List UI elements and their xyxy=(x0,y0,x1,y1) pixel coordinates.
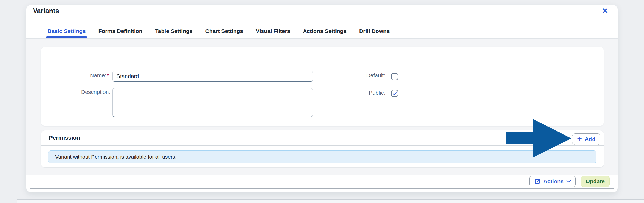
public-label: Public: xyxy=(333,89,385,96)
dialog-content: Name:* Description: Default: Public: xyxy=(26,39,618,175)
basic-settings-form: Name:* Description: Default: Public: xyxy=(41,47,604,126)
tab-basic-settings[interactable]: Basic Settings xyxy=(48,24,86,38)
action-share-icon xyxy=(534,178,541,185)
background-page-strip xyxy=(17,199,644,203)
dialog-header: Variants ✕ xyxy=(26,5,618,17)
name-label-text: Name: xyxy=(90,72,106,78)
dialog-title: Variants xyxy=(33,7,59,15)
description-label: Description: xyxy=(41,88,110,96)
permission-header: Permission xyxy=(41,130,604,146)
add-button[interactable]: + Add xyxy=(572,133,600,145)
default-label: Default: xyxy=(333,72,385,79)
update-button-label: Update xyxy=(586,178,605,185)
chevron-down-icon xyxy=(566,180,571,183)
tab-actions-settings[interactable]: Actions Settings xyxy=(303,24,347,38)
footer-divider-bottom xyxy=(30,188,614,188)
tab-visual-filters[interactable]: Visual Filters xyxy=(256,24,290,38)
actions-button-label: Actions xyxy=(543,178,564,185)
tab-forms-definition[interactable]: Forms Definition xyxy=(98,24,143,38)
public-checkbox[interactable] xyxy=(391,90,398,97)
actions-button[interactable]: Actions xyxy=(529,176,576,187)
name-input[interactable] xyxy=(112,71,313,82)
add-button-label: Add xyxy=(585,136,595,142)
permission-section: Permission + Add Variant without Permiss… xyxy=(41,130,604,167)
required-marker: * xyxy=(107,72,109,78)
checkmark-icon xyxy=(392,91,397,96)
description-label-text: Description: xyxy=(81,89,110,95)
tab-bar: Basic Settings Forms Definition Table Se… xyxy=(26,17,618,39)
name-label: Name:* xyxy=(41,72,109,79)
default-label-text: Default: xyxy=(366,72,385,78)
close-icon[interactable]: ✕ xyxy=(600,7,610,15)
update-button[interactable]: Update xyxy=(581,176,610,187)
info-message-text: Variant without Permission, is available… xyxy=(55,154,177,160)
tab-chart-settings[interactable]: Chart Settings xyxy=(205,24,243,38)
permission-title: Permission xyxy=(49,134,80,141)
tab-table-settings[interactable]: Table Settings xyxy=(155,24,193,38)
plus-icon: + xyxy=(577,135,582,143)
footer-bar: Actions Update xyxy=(26,175,618,188)
description-textarea[interactable] xyxy=(112,88,313,117)
public-label-text: Public: xyxy=(369,90,385,96)
variants-dialog: Variants ✕ Basic Settings Forms Definiti… xyxy=(26,5,618,192)
tab-drill-downs[interactable]: Drill Downs xyxy=(359,24,390,38)
permission-info-message: Variant without Permission, is available… xyxy=(48,150,596,163)
default-checkbox[interactable] xyxy=(391,73,398,80)
